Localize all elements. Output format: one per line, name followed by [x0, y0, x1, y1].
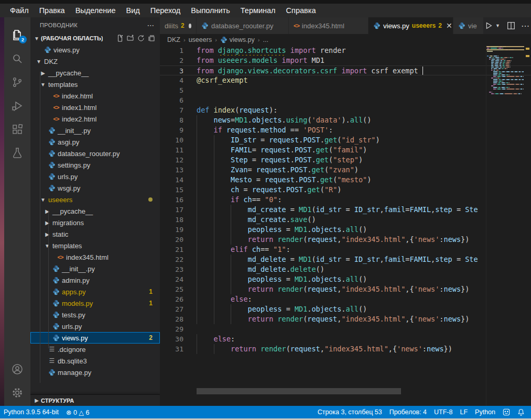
settings-gear-icon[interactable] — [11, 386, 24, 399]
code-token: md_create — [248, 215, 286, 224]
tree-folder-__pycache__[interactable]: ▶__pycache__ — [30, 205, 160, 217]
tree-file-tests_py[interactable]: tests.py — [30, 309, 160, 320]
tree-file-index1_html[interactable]: <>index1.html — [30, 102, 160, 113]
tab-views.py[interactable]: views.pyuseeers2✕ — [369, 17, 453, 34]
code-line-text: news=MD1.objects.using('daata').all() — [197, 115, 487, 125]
tree-file-settings_py[interactable]: settings.py — [30, 159, 160, 171]
cursor-position[interactable]: Строка 3, столбец 53 — [314, 406, 386, 418]
tree-file-wsgi_py[interactable]: wsgi.py — [30, 182, 160, 194]
refresh-icon[interactable] — [136, 33, 146, 43]
menu-item-8[interactable]: Справка — [281, 5, 321, 16]
tree-file-admin_py[interactable]: admin.py — [30, 274, 160, 286]
breadcrumb-item-1[interactable]: DKZ — [167, 36, 180, 43]
minimap-warning-highlight — [486, 46, 524, 47]
tab-database_roouter.py[interactable]: database_roouter.py — [197, 17, 289, 34]
tree-file-index2_html[interactable]: <>index2.html — [30, 113, 160, 125]
tree-file-__init___py[interactable]: __init__.py — [30, 125, 160, 136]
line-number: 21 — [160, 245, 183, 255]
menu-item-6[interactable]: Выполнить — [186, 5, 234, 16]
notifications-bell-icon[interactable] — [514, 406, 531, 418]
tree-folder-useeers[interactable]: ▼useeers — [30, 194, 160, 205]
extensions-icon[interactable] — [11, 123, 24, 136]
code-line-text: peopless = MD1.objects.all() — [197, 304, 487, 314]
more-actions-icon[interactable]: ⋯ — [147, 21, 155, 29]
tree-file-urls_py[interactable]: urls.py — [30, 320, 160, 332]
menu-item-1[interactable]: Файл — [5, 5, 34, 16]
run-button[interactable] — [484, 21, 493, 30]
tree-folder-templates[interactable]: ▼templates — [30, 240, 160, 251]
tree-file-urls_py[interactable]: urls.py — [30, 171, 160, 182]
tree-file-__init___py[interactable]: __init__.py — [30, 263, 160, 274]
minimap-token — [491, 78, 493, 79]
code-token: peopless — [248, 275, 282, 283]
tab-index345.html[interactable]: <>index345.html — [289, 17, 369, 34]
tree-file-manage_py[interactable]: manage.py — [30, 367, 160, 378]
tree-folder-templates[interactable]: ▼templates — [30, 79, 160, 90]
problems[interactable]: ⊗ 0 △ 6 — [62, 406, 93, 418]
breadcrumb-item-3[interactable]: views.py — [230, 36, 255, 43]
run-dropdown-chevron-icon[interactable]: ▼ — [495, 23, 500, 28]
more-actions-icon[interactable]: ⋯ — [521, 21, 530, 31]
code-token: . — [286, 215, 290, 224]
line-number: 8 — [160, 115, 183, 125]
source-control-icon[interactable] — [11, 76, 24, 89]
code-token: "index345.html" — [341, 285, 405, 293]
tab-diiits[interactable]: diiits2 — [160, 17, 197, 34]
close-icon[interactable]: ✕ — [446, 21, 452, 30]
code-token: POST — [295, 146, 312, 154]
new-folder-icon[interactable] — [125, 33, 136, 43]
account-icon[interactable] — [11, 363, 24, 375]
horizontal-scrollbar[interactable] — [197, 388, 401, 394]
indentation[interactable]: Пробелов: 4 — [386, 406, 430, 418]
minimap-line — [486, 63, 524, 64]
new-file-icon[interactable] — [115, 33, 125, 43]
tree-file-apps_py[interactable]: apps.py1 — [30, 286, 160, 297]
tree-file-database_roouter_py[interactable]: database_roouter.py — [30, 148, 160, 159]
code-token: ( — [329, 146, 333, 154]
tree-file-db_sqlite3[interactable]: ☰db.sqlite3 — [30, 355, 160, 367]
code-line-text: from django.shortcuts import render — [197, 46, 487, 56]
tree-file-views_py[interactable]: views.py2 — [30, 332, 160, 344]
feedback-smiley-icon[interactable] — [499, 406, 514, 418]
code-editor[interactable]: 1from django.shortcuts import render2fro… — [160, 46, 531, 406]
tree-file-views_py[interactable]: views.py — [30, 44, 160, 56]
language-mode[interactable]: Python — [471, 406, 499, 418]
explorer-icon[interactable]: 2 — [11, 29, 24, 41]
breadcrumb[interactable]: DKZ›useeers›views.py›... — [160, 34, 531, 46]
tree-file-index345_html[interactable]: <>index345.html — [30, 251, 160, 263]
breadcrumb-item-2[interactable]: useeers — [189, 36, 212, 43]
tree-folder-__pycache__[interactable]: ▶__pycache__ — [30, 67, 160, 79]
minimap-token — [507, 68, 507, 69]
run-debug-icon[interactable] — [11, 100, 24, 112]
python-interpreter[interactable]: Python 3.9.5 64-bit — [0, 406, 62, 418]
code-line-9: 9if request.method == 'POST': — [160, 125, 531, 135]
code-token: : — [329, 126, 333, 134]
testing-icon[interactable] — [11, 147, 24, 159]
menu-item-7[interactable]: Терминал — [236, 5, 280, 16]
collapse-all-icon[interactable] — [146, 33, 157, 43]
tab-vie[interactable]: vie — [453, 17, 484, 34]
tree-file-index_html[interactable]: <>index.html — [30, 90, 160, 102]
eol[interactable]: LF — [456, 406, 471, 418]
tree-file-asgi_py[interactable]: asgi.py — [30, 136, 160, 148]
tree-file-models_py[interactable]: models.py1 — [30, 297, 160, 309]
workspace-section-header[interactable]: ▼ (РАБОЧАЯ ОБЛАСТЬ) ... — [30, 32, 160, 44]
split-editor-icon[interactable] — [506, 21, 516, 30]
encoding[interactable]: UTF-8 — [430, 406, 456, 418]
search-icon[interactable] — [11, 52, 24, 65]
tree-folder-static[interactable]: ▶static — [30, 228, 160, 240]
outline-section-header[interactable]: ▶ СТРУКТУРА — [30, 394, 160, 406]
menu-item-3[interactable]: Выделение — [71, 5, 121, 16]
code-line-31: 31return render(request,"index345.html",… — [160, 344, 531, 354]
menu-item-5[interactable]: Переход — [146, 5, 186, 16]
indent-guide — [214, 274, 231, 284]
minimap-token — [510, 71, 511, 72]
minimap[interactable] — [486, 46, 524, 130]
breadcrumb-item-4[interactable]: ... — [263, 36, 268, 43]
tree-file-_dcignore[interactable]: ☰.dcignore — [30, 344, 160, 355]
menu-item-2[interactable]: Правка — [35, 5, 70, 16]
minimap-line — [486, 89, 524, 90]
tree-folder-migrations[interactable]: ▶migrations — [30, 217, 160, 228]
menu-item-4[interactable]: Вид — [121, 5, 144, 16]
tree-folder-DKZ[interactable]: ▼DKZ — [30, 56, 160, 67]
